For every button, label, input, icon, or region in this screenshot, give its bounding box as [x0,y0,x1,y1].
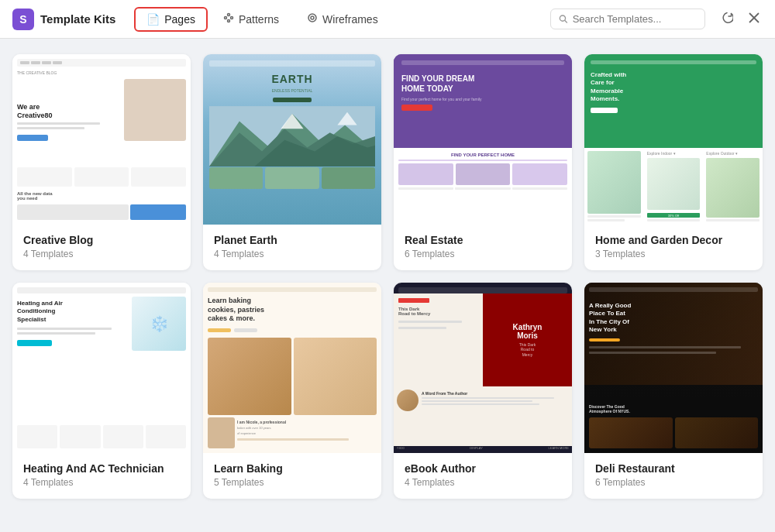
card-count-creative-blog: 4 Templates [23,249,180,259]
card-count-deli: 6 Templates [595,477,752,488]
tab-pages[interactable]: 📄 Pages [134,7,208,32]
refresh-button[interactable] [718,9,736,30]
svg-point-3 [227,20,229,22]
card-thumb-real-estate: FIND YOUR DREAMHOME TODAY Find your perf… [394,54,572,225]
earth-preview-subtitle: ENDLESS POTENTIAL [272,88,313,93]
app-logo[interactable]: S Template Kits [12,9,115,30]
tab-pages-label: Pages [164,13,195,26]
card-thumb-creative-blog: THE CREATIVE BLOG We areCreative80 [12,54,191,225]
card-thumb-baking: Learn bakingcookies, pastriescakes & mor… [203,283,381,453]
template-grid: THE CREATIVE BLOG We areCreative80 [12,54,763,499]
template-card-ebook[interactable]: This DarkRoad to Mercy KathrynMoris This… [394,283,572,499]
svg-point-0 [224,17,226,19]
card-info-real-estate: Real Estate 6 Templates [394,225,572,270]
card-info-creative-blog: Creative Blog 4 Templates [12,225,191,270]
card-info-home-garden: Home and Garden Decor 3 Templates [584,225,763,270]
search-icon [559,14,568,24]
logo-icon: S [12,9,34,30]
tab-wireframes-label: Wireframes [322,13,378,26]
card-thumb-ebook: This DarkRoad to Mercy KathrynMoris This… [394,283,572,453]
close-button[interactable] [746,9,763,29]
template-card-planet-earth[interactable]: EARTH ENDLESS POTENTIAL [203,54,381,270]
card-info-hvac: Heating And AC Technician 4 Templates [12,453,191,499]
svg-point-5 [311,16,314,19]
card-info-planet-earth: Planet Earth 4 Templates [203,225,381,270]
card-title-hvac: Heating And AC Technician [23,462,180,475]
patterns-icon [223,12,234,26]
card-title-ebook: eBook Author [405,462,561,475]
pages-icon: 📄 [146,13,160,26]
card-title-deli: Deli Restaurant [595,462,752,475]
wireframes-icon [307,12,318,26]
card-count-real-estate: 6 Templates [405,249,561,259]
header-actions [718,9,763,30]
card-count-baking: 5 Templates [214,477,370,488]
card-count-home-garden: 3 Templates [595,249,752,259]
card-title-creative-blog: Creative Blog [23,234,180,246]
tab-patterns[interactable]: Patterns [211,6,291,32]
svg-point-1 [227,14,229,16]
tab-wireframes[interactable]: Wireframes [294,6,391,32]
template-card-hvac[interactable]: Heating and AirConditioningSpecialist ❄️ [12,283,191,499]
card-info-ebook: eBook Author 4 Templates [394,453,572,499]
template-card-real-estate[interactable]: FIND YOUR DREAMHOME TODAY Find your perf… [394,54,572,270]
card-count-planet-earth: 4 Templates [214,249,370,259]
svg-line-7 [565,20,567,22]
card-title-real-estate: Real Estate [405,234,561,246]
card-thumb-planet-earth: EARTH ENDLESS POTENTIAL [203,54,381,225]
card-thumb-deli: A Really GoodPlace To EatIn The City OfN… [584,283,763,453]
card-count-ebook: 4 Templates [405,477,561,488]
card-info-baking: Learn Baking 5 Templates [203,453,381,499]
svg-point-6 [560,15,565,21]
template-card-home-garden[interactable]: Crafted withCare forMemorableMoments. Ex… [584,54,763,270]
app-title: Template Kits [40,12,115,26]
template-card-deli[interactable]: A Really GoodPlace To EatIn The City OfN… [584,283,763,499]
card-title-home-garden: Home and Garden Decor [595,234,752,246]
template-card-baking[interactable]: Learn bakingcookies, pastriescakes & mor… [203,283,381,499]
header: S Template Kits 📄 Pages Patterns Wirefra… [0,0,775,39]
search-box[interactable] [550,9,705,29]
card-title-baking: Learn Baking [214,462,370,475]
svg-point-2 [230,17,232,19]
search-input[interactable] [573,13,697,25]
main-content: THE CREATIVE BLOG We areCreative80 [0,39,775,514]
mountain-svg [209,105,375,167]
card-title-planet-earth: Planet Earth [214,234,370,246]
nav-tabs: 📄 Pages Patterns Wireframes [134,6,544,32]
tab-patterns-label: Patterns [239,13,279,26]
card-count-hvac: 4 Templates [23,477,180,488]
card-thumb-home-garden: Crafted withCare forMemorableMoments. Ex… [584,54,763,225]
card-info-deli: Deli Restaurant 6 Templates [584,453,763,499]
earth-preview-title: EARTH [271,73,312,85]
svg-point-4 [308,14,316,22]
card-thumb-hvac: Heating and AirConditioningSpecialist ❄️ [12,283,191,453]
template-card-creative-blog[interactable]: THE CREATIVE BLOG We areCreative80 [12,54,191,270]
